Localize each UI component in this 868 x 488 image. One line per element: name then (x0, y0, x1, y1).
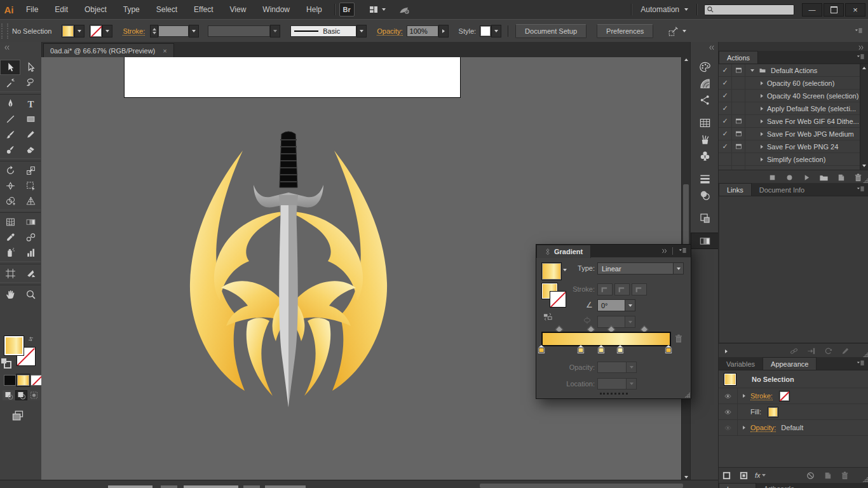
select-similar-icon[interactable] (667, 26, 679, 37)
gradient-bar[interactable] (541, 332, 671, 346)
edit-original-icon[interactable] (840, 346, 851, 356)
duplicate-item-icon[interactable] (822, 471, 833, 480)
delete-item-icon[interactable] (839, 471, 850, 480)
free-transform-tool[interactable] (20, 178, 41, 193)
default-fill-stroke-icon[interactable] (1, 358, 10, 367)
gradient-across-stroke-button[interactable] (632, 283, 647, 295)
stroke-weight-field[interactable] (158, 25, 189, 37)
collapse-panels-icon[interactable] (857, 44, 865, 51)
document-setup-button[interactable]: Document Setup (515, 24, 587, 38)
action-check-toggle[interactable]: ✓ (719, 115, 732, 127)
expand-closed-icon[interactable] (761, 145, 763, 149)
add-new-fill-icon[interactable] (738, 471, 749, 480)
bridge-button[interactable]: Br (339, 3, 355, 17)
menu-item[interactable]: Select (148, 0, 186, 19)
appearance-row-label[interactable]: Fill: (750, 408, 761, 416)
action-dialog-toggle[interactable] (732, 128, 745, 140)
zoom-tool[interactable] (20, 287, 41, 302)
stroke-color-swatch[interactable] (90, 25, 102, 37)
action-row[interactable]: ✓ Opacity 40 Screen (selection) (719, 90, 868, 102)
appearance-row-label[interactable]: Opacity: (750, 424, 776, 432)
gradient-swatch-dropdown[interactable] (563, 269, 567, 271)
action-dialog-toggle[interactable] (732, 102, 745, 114)
width-profile-dropdown[interactable] (270, 25, 280, 37)
gradient-mode-button[interactable] (17, 375, 29, 386)
minimize-button[interactable]: — (802, 3, 822, 17)
stroke-weight-stepper[interactable] (150, 25, 158, 37)
scroll-up-arrow[interactable] (682, 58, 690, 61)
action-row[interactable]: ✓ Save For Web PNG 24 (719, 140, 868, 153)
document-tab-close-icon[interactable]: × (163, 47, 166, 55)
action-dialog-toggle[interactable] (732, 115, 745, 127)
action-row[interactable]: ✓ Simplify (selection) (719, 153, 868, 166)
mesh-tool[interactable] (0, 214, 20, 229)
new-set-folder-icon[interactable] (818, 173, 829, 182)
menu-item[interactable]: View (222, 0, 255, 19)
chevron-down-icon[interactable] (382, 8, 386, 11)
brush-definition-dropdown[interactable] (356, 25, 367, 37)
panel-menu-icon[interactable] (853, 27, 864, 35)
scroll-down-arrow[interactable] (682, 476, 690, 478)
bottom-tab[interactable]: Layers (719, 483, 756, 488)
menu-item[interactable]: Object (76, 0, 115, 19)
draw-behind-button[interactable] (15, 390, 27, 400)
relink-icon[interactable] (789, 346, 799, 356)
actions-scrollbar[interactable] (860, 64, 868, 170)
gradient-panel-titlebar[interactable]: Gradient (536, 245, 691, 257)
width-tool[interactable] (0, 178, 20, 193)
action-dialog-toggle[interactable] (732, 90, 745, 102)
show-link-info-icon[interactable] (725, 349, 728, 353)
stop-recording-icon[interactable] (767, 173, 778, 182)
play-action-icon[interactable] (801, 173, 812, 182)
zoom-level-control[interactable] (108, 485, 153, 488)
menu-item[interactable]: Window (254, 0, 298, 19)
action-dialog-toggle[interactable] (732, 64, 745, 76)
chevron-down-icon[interactable] (682, 30, 686, 32)
expand-closed-icon[interactable] (761, 158, 763, 161)
menu-item[interactable]: Type (115, 0, 148, 19)
artboard[interactable] (124, 57, 461, 98)
appearance-row[interactable]: Stroke: (719, 388, 868, 404)
fill-gold-swatch[interactable] (768, 407, 778, 417)
links-panel-tab[interactable]: Document Info (752, 184, 813, 196)
menu-item[interactable]: Help (298, 0, 330, 19)
screen-mode-button[interactable] (10, 409, 25, 422)
hand-tool[interactable] (0, 287, 20, 302)
expand-closed-icon[interactable] (761, 81, 763, 85)
stroke-swatch-dropdown[interactable] (102, 25, 112, 37)
draw-normal-button[interactable] (3, 390, 15, 400)
type-dropdown[interactable]: Linear (597, 262, 684, 274)
gradient-swatch-thumbnail[interactable] (541, 262, 562, 280)
gradient-stop-handle[interactable] (617, 345, 624, 353)
appearance-header-row[interactable]: No Selection (719, 370, 868, 388)
style-dropdown[interactable] (491, 25, 501, 37)
action-check-toggle[interactable]: ✓ (719, 64, 732, 76)
appearance-panel-tab[interactable]: Appearance (763, 357, 817, 370)
clear-appearance-icon[interactable] (805, 471, 816, 480)
arrange-documents-icon[interactable] (367, 4, 380, 15)
record-icon[interactable] (784, 173, 795, 182)
panel-menu-icon[interactable] (855, 186, 866, 193)
menu-item[interactable]: File (18, 0, 46, 19)
type-tool[interactable]: T (20, 96, 41, 111)
artwork-emblem[interactable] (161, 129, 416, 409)
delete-stop-icon[interactable] (674, 334, 684, 344)
gradient-along-stroke-button[interactable] (614, 283, 630, 295)
rectangle-tool[interactable] (20, 111, 41, 126)
go-to-link-icon[interactable] (806, 346, 817, 356)
swap-fill-stroke-icon[interactable] (27, 336, 35, 342)
gradient-stroke-proxy[interactable] (550, 291, 566, 308)
action-check-toggle[interactable]: ✓ (719, 128, 732, 140)
maximize-button[interactable] (824, 3, 844, 17)
brushes-panel-icon[interactable] (691, 131, 719, 147)
appearance-row[interactable]: Fill: (719, 404, 868, 420)
appearance-row-label[interactable]: Stroke: (750, 392, 773, 400)
search-input[interactable] (704, 4, 794, 15)
angle-dropdown[interactable]: 0° (597, 299, 635, 311)
fill-color-swatch[interactable] (62, 25, 74, 37)
workspace-switcher[interactable]: Automation (632, 0, 696, 19)
collapse-to-icons-icon[interactable] (660, 248, 668, 254)
appearance-row[interactable]: Opacity: Default (719, 420, 868, 436)
panel-menu-icon[interactable] (855, 360, 866, 367)
stroke-panel-icon[interactable] (691, 170, 719, 187)
